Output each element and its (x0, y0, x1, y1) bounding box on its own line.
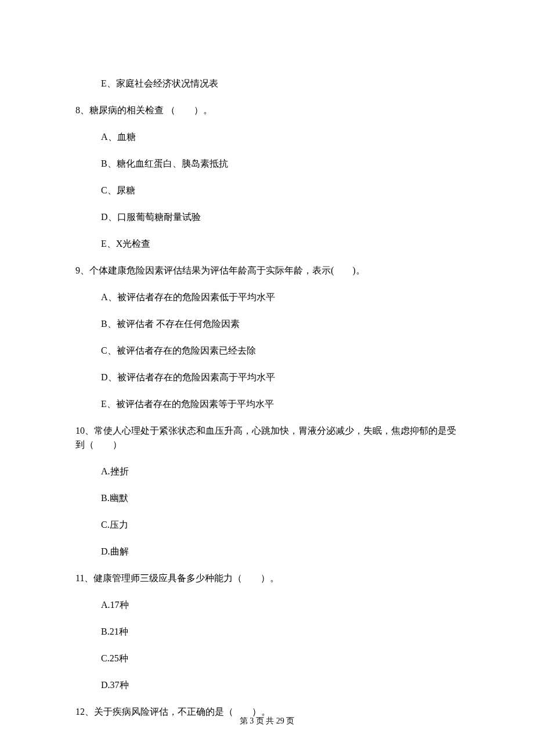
q8-option-b: B、糖化血红蛋白、胰岛素抵抗 (101, 157, 459, 171)
q10-stem: 10、常使人心理处于紧张状态和血压升高，心跳加快，胃液分泌减少，失眠，焦虑抑郁的… (75, 424, 459, 452)
q10-option-d: D.曲解 (101, 545, 459, 559)
q9-option-e: E、被评估者存在的危险因素等于平均水平 (101, 397, 459, 411)
document-page: E、家庭社会经济状况情况表 8、糖尿病的相关检查 （ ）。 A、血糖 B、糖化血… (0, 0, 534, 756)
q8-stem: 8、糖尿病的相关检查 （ ）。 (75, 103, 459, 117)
q7-option-e: E、家庭社会经济状况情况表 (101, 77, 459, 91)
q8-option-d: D、口服葡萄糖耐量试验 (101, 210, 459, 224)
q9-option-c: C、被评估者存在的危险因素已经去除 (101, 344, 459, 358)
q10-option-b: B.幽默 (101, 491, 459, 505)
q8-option-e: E、X光检查 (101, 237, 459, 251)
q8-option-a: A、血糖 (101, 130, 459, 144)
page-footer: 第 3 页 共 29 页 (0, 715, 534, 727)
q11-stem: 11、健康管理师三级应具备多少种能力（ ）。 (75, 571, 459, 585)
q9-stem: 9、个体建康危险因素评估结果为评估年龄高于实际年龄，表示( )。 (75, 264, 459, 278)
q8-option-c: C、尿糖 (101, 183, 459, 197)
q11-option-b: B.21种 (101, 625, 459, 639)
q9-option-d: D、被评估者存在的危险因素高于平均水平 (101, 370, 459, 384)
q9-option-a: A、被评估者存在的危险因素低于平均水平 (101, 290, 459, 304)
q10-option-a: A.挫折 (101, 465, 459, 478)
q10-option-c: C.压力 (101, 518, 459, 532)
q11-option-a: A.17种 (101, 598, 459, 612)
q11-option-d: D.37种 (101, 678, 459, 692)
q11-option-c: C.25种 (101, 651, 459, 665)
q9-option-b: B、被评估者 不存在任何危险因素 (101, 317, 459, 331)
